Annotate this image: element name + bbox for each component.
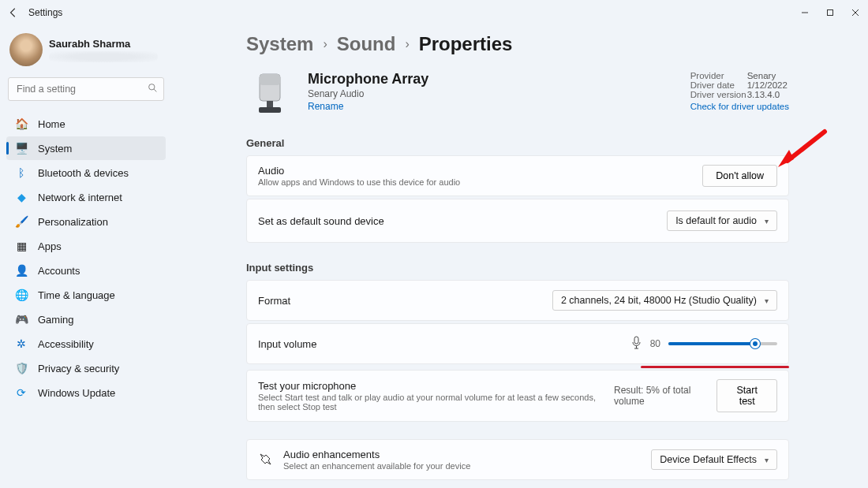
nav-system[interactable]: 🖥️System	[6, 136, 166, 160]
svg-rect-7	[259, 107, 281, 113]
main-content: System › Sound › Properties Microphone A…	[174, 25, 868, 488]
mic-icon	[630, 336, 642, 352]
audio-sub: Allow apps and Windows to use this devic…	[258, 177, 460, 187]
minimize-button[interactable]	[792, 0, 817, 25]
test-label: Test your microphone	[258, 380, 614, 392]
search-icon	[148, 83, 158, 95]
test-sub: Select Start test and talk or play audio…	[258, 393, 614, 412]
nav-update[interactable]: ⟳Windows Update	[6, 381, 166, 404]
close-button[interactable]	[843, 0, 868, 25]
user-email-redacted	[49, 51, 158, 62]
device-subtitle: Senary Audio	[308, 88, 428, 99]
nav-home[interactable]: 🏠Home	[6, 112, 166, 136]
nav-label: Accessibility	[38, 338, 94, 350]
meta-val: 1/12/2022	[747, 80, 788, 90]
input-volume-row: Input volume 80	[246, 323, 789, 364]
svg-rect-1	[828, 10, 833, 16]
nav-label: Network & internet	[38, 192, 122, 203]
accounts-icon: 👤	[14, 264, 28, 277]
default-label: Set as default sound device	[258, 215, 384, 227]
select-value: Device Default Effects	[660, 454, 757, 465]
annotation-underline	[641, 366, 789, 368]
nav-gaming[interactable]: 🎮Gaming	[6, 307, 166, 331]
bluetooth-icon: ᛒ	[14, 166, 28, 179]
chevron-right-icon: ›	[405, 37, 409, 51]
search-box[interactable]	[8, 77, 164, 101]
check-updates-link[interactable]: Check for driver updates	[690, 102, 789, 111]
nav-network[interactable]: ◆Network & internet	[6, 185, 166, 209]
device-name: Microphone Array	[308, 71, 428, 88]
nav-accounts[interactable]: 👤Accounts	[6, 259, 166, 282]
volume-value: 80	[650, 338, 660, 349]
chevron-right-icon: ›	[323, 37, 327, 51]
crumb-system[interactable]: System	[246, 33, 313, 55]
format-label: Format	[258, 295, 290, 307]
audio-row: Audio Allow apps and Windows to use this…	[246, 155, 789, 196]
section-general: General	[246, 137, 789, 149]
avatar	[9, 33, 43, 66]
audio-label: Audio	[258, 165, 460, 177]
nav-privacy[interactable]: 🛡️Privacy & security	[6, 356, 166, 380]
gaming-icon: 🎮	[14, 313, 28, 326]
format-row: Format 2 channels, 24 bit, 48000 Hz (Stu…	[246, 280, 789, 321]
nav-apps[interactable]: ▦Apps	[6, 234, 166, 258]
user-profile[interactable]: Saurabh Sharma	[6, 33, 166, 66]
breadcrumb: System › Sound › Properties	[246, 33, 789, 55]
privacy-icon: 🛡️	[14, 362, 28, 374]
enhancements-icon	[258, 452, 272, 468]
chevron-down-icon: ▾	[765, 456, 769, 464]
nav-accessibility[interactable]: ✲Accessibility	[6, 332, 166, 356]
enh-sub: Select an enhancement available for your…	[283, 461, 470, 471]
home-icon: 🏠	[14, 117, 28, 130]
accessibility-icon: ✲	[14, 337, 28, 350]
meta-val: Senary	[747, 71, 776, 80]
update-icon: ⟳	[14, 386, 28, 399]
nav-label: Privacy & security	[38, 363, 119, 374]
chevron-down-icon: ▾	[765, 217, 769, 225]
nav-label: System	[38, 143, 72, 155]
volume-slider[interactable]	[668, 342, 777, 345]
window-title: Settings	[28, 7, 62, 18]
default-device-row: Set as default sound device Is default f…	[246, 199, 789, 243]
test-mic-row: Test your microphone Select Start test a…	[246, 370, 789, 422]
personalization-icon: 🖌️	[14, 215, 28, 228]
enh-label: Audio enhancements	[283, 449, 470, 460]
dont-allow-button[interactable]: Don't allow	[702, 165, 777, 187]
nav-label: Bluetooth & devices	[38, 167, 129, 179]
nav-bluetooth[interactable]: ᛒBluetooth & devices	[6, 161, 166, 184]
rename-link[interactable]: Rename	[308, 101, 428, 112]
driver-meta: ProviderSenary Driver date1/12/2022 Driv…	[690, 71, 789, 111]
nav-label: Home	[38, 118, 65, 130]
default-device-select[interactable]: Is default for audio▾	[667, 210, 777, 231]
search-input[interactable]	[8, 77, 164, 101]
meta-key: Driver date	[690, 80, 747, 90]
audio-enhancements-row[interactable]: Audio enhancements Select an enhancement…	[246, 439, 789, 480]
svg-line-3	[154, 89, 156, 91]
svg-rect-6	[267, 101, 273, 107]
nav-label: Apps	[38, 240, 62, 252]
nav-time[interactable]: 🌐Time & language	[6, 283, 166, 307]
svg-rect-8	[634, 337, 638, 344]
nav-label: Windows Update	[38, 387, 115, 399]
svg-point-2	[149, 84, 155, 90]
nav-label: Gaming	[38, 314, 74, 326]
test-result: Result: 5% of total volume	[614, 385, 707, 407]
crumb-sound[interactable]: Sound	[337, 33, 396, 55]
back-button[interactable]	[6, 6, 21, 20]
meta-key: Driver version	[690, 90, 747, 99]
enhancements-select[interactable]: Device Default Effects▾	[651, 449, 777, 470]
section-input: Input settings	[246, 262, 789, 274]
time-icon: 🌐	[14, 289, 28, 301]
start-test-button[interactable]: Start test	[716, 379, 777, 412]
nav-label: Accounts	[38, 265, 80, 277]
nav-label: Personalization	[38, 216, 108, 228]
select-value: 2 channels, 24 bit, 48000 Hz (Studio Qua…	[561, 295, 757, 306]
network-icon: ◆	[14, 191, 28, 203]
maximize-button[interactable]	[817, 0, 843, 25]
format-select[interactable]: 2 channels, 24 bit, 48000 Hz (Studio Qua…	[552, 290, 777, 311]
chevron-down-icon: ▾	[765, 296, 769, 305]
meta-val: 3.13.4.0	[747, 90, 780, 99]
microphone-icon	[246, 71, 294, 118]
nav-personalization[interactable]: 🖌️Personalization	[6, 210, 166, 233]
user-name: Saurabh Sharma	[49, 38, 158, 50]
